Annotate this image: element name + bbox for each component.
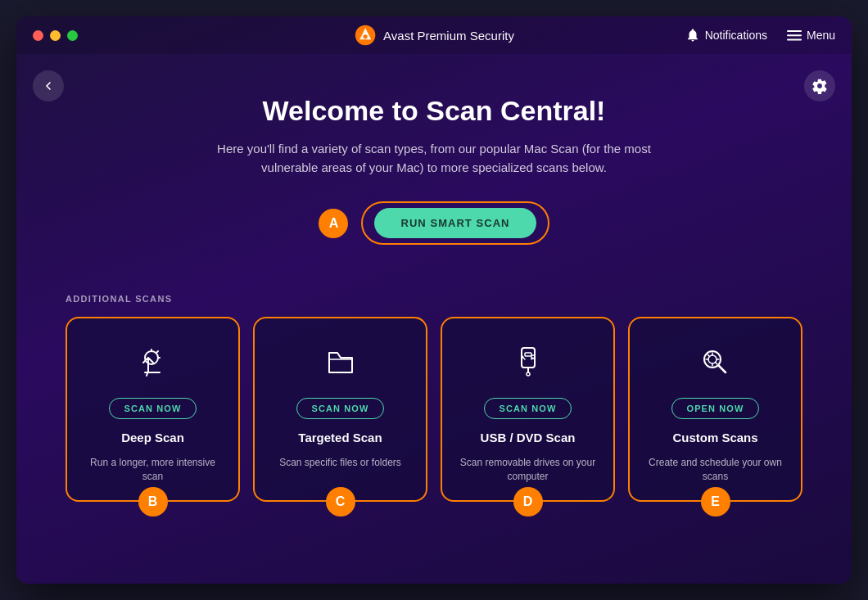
avast-logo-icon <box>354 24 377 47</box>
scan-cards-grid: SCAN NOW Deep Scan Run a longer, more in… <box>66 317 802 502</box>
page-title: Welcome to Scan Central! <box>66 95 802 127</box>
svg-rect-4 <box>787 39 802 41</box>
deep-scan-desc: Run a longer, more intensive scan <box>80 456 225 484</box>
usb-dvd-scan-icon <box>509 341 548 386</box>
settings-button[interactable] <box>804 70 835 102</box>
menu-icon <box>787 28 802 43</box>
back-arrow-icon <box>42 79 55 92</box>
bell-icon <box>685 28 700 43</box>
hero-section: Welcome to Scan Central! Here you'll fin… <box>66 70 802 294</box>
deep-scan-icon <box>133 341 173 386</box>
titlebar-actions: Notifications Menu <box>685 28 835 43</box>
svg-point-1 <box>363 34 367 38</box>
hero-subtitle: Here you'll find a variety of scan types… <box>205 140 663 177</box>
badge-a: A <box>319 209 348 238</box>
minimize-button[interactable] <box>50 30 61 41</box>
custom-scans-card[interactable]: OPEN NOW Custom Scans Create and schedul… <box>628 317 802 502</box>
svg-point-12 <box>521 356 523 359</box>
svg-rect-14 <box>531 355 535 359</box>
custom-scans-button[interactable]: OPEN NOW <box>671 398 760 419</box>
traffic-lights <box>33 30 78 41</box>
custom-scans-icon <box>696 341 735 386</box>
usb-dvd-scan-title: USB / DVD Scan <box>481 431 576 444</box>
close-button[interactable] <box>33 30 43 41</box>
custom-scans-title: Custom Scans <box>672 431 757 444</box>
menu-button[interactable]: Menu <box>787 28 835 43</box>
app-title: Avast Premium Security <box>383 29 514 43</box>
usb-dvd-scan-card[interactable]: SCAN NOW USB / DVD Scan Scan removable d… <box>441 317 615 502</box>
deep-scan-card[interactable]: SCAN NOW Deep Scan Run a longer, more in… <box>66 317 240 502</box>
badge-b: B <box>138 487 168 517</box>
targeted-scan-desc: Scan specific files or folders <box>279 456 401 470</box>
back-button[interactable] <box>33 70 64 102</box>
targeted-scan-button[interactable]: SCAN NOW <box>296 398 385 419</box>
usb-dvd-scan-desc: Scan removable drives on your computer <box>455 456 600 484</box>
badge-e: E <box>701 487 730 517</box>
svg-line-16 <box>719 366 726 372</box>
smart-scan-oval: RUN SMART SCAN <box>361 201 549 245</box>
targeted-scan-card[interactable]: SCAN NOW Targeted Scan Scan specific fil… <box>253 317 427 502</box>
usb-dvd-scan-button[interactable]: SCAN NOW <box>484 398 572 419</box>
app-branding: Avast Premium Security <box>354 24 514 47</box>
notifications-label: Notifications <box>705 29 767 42</box>
badge-d: D <box>513 487 543 517</box>
main-content: Welcome to Scan Central! Here you'll fin… <box>16 54 852 535</box>
titlebar: Avast Premium Security Notifications Men… <box>16 16 852 54</box>
svg-rect-3 <box>787 34 802 36</box>
deep-scan-title: Deep Scan <box>121 431 184 444</box>
menu-label: Menu <box>807 29 835 42</box>
notifications-button[interactable]: Notifications <box>685 28 767 43</box>
badge-c: C <box>326 487 355 517</box>
targeted-scan-icon <box>321 341 360 386</box>
smart-scan-area: A RUN SMART SCAN <box>66 201 802 245</box>
svg-line-11 <box>523 358 525 359</box>
svg-rect-2 <box>787 30 802 32</box>
maximize-button[interactable] <box>67 30 78 41</box>
settings-icon <box>811 78 828 94</box>
deep-scan-button[interactable]: SCAN NOW <box>109 398 197 419</box>
custom-scans-desc: Create and schedule your own scans <box>643 456 788 484</box>
run-smart-scan-button[interactable]: RUN SMART SCAN <box>374 208 536 238</box>
svg-point-10 <box>527 372 530 376</box>
additional-scans-label: ADDITIONAL SCANS <box>66 294 802 304</box>
app-window: Avast Premium Security Notifications Men… <box>16 16 852 584</box>
targeted-scan-title: Targeted Scan <box>298 431 382 444</box>
svg-rect-8 <box>525 353 531 356</box>
